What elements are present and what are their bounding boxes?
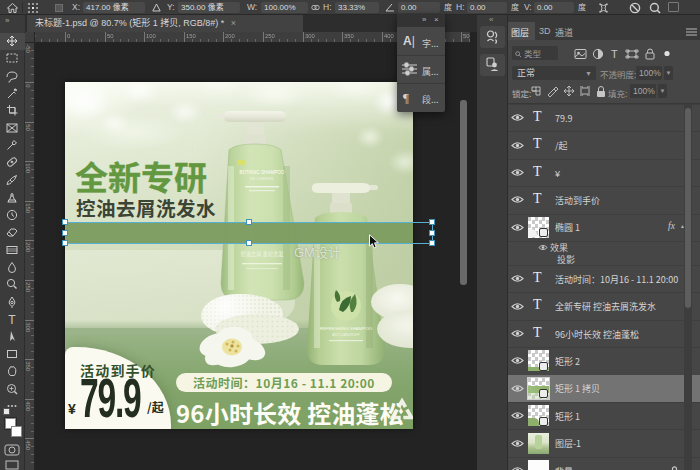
svg-text:控油去屑 蓬松洗发: 控油去屑 蓬松洗发 — [241, 250, 284, 258]
svg-text:BOTANIC SHAMPOO: BOTANIC SHAMPOO — [240, 170, 285, 175]
svg-text:T: T — [611, 48, 618, 60]
svg-text:REFRESHING SHAMPOO: REFRESHING SHAMPOO — [320, 326, 373, 331]
svg-text:T: T — [8, 313, 16, 327]
svg-text:ANTI-DANDRUFF: ANTI-DANDRUFF — [332, 333, 360, 337]
svg-text:OIL CONTROL: OIL CONTROL — [250, 177, 274, 181]
